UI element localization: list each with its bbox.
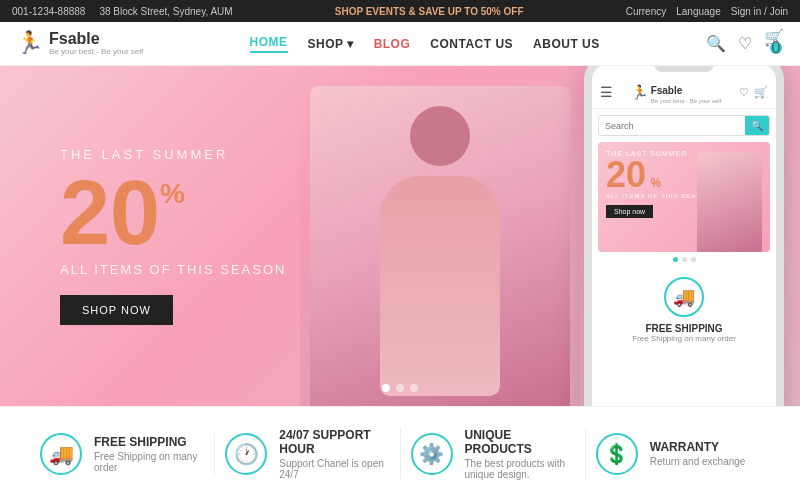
feature-warranty-title: WARRANTY [650,440,746,454]
currency-selector[interactable]: Currency [626,6,667,17]
hero-subtitle: THE LAST SUMMER [60,147,286,162]
phone-menu-icon[interactable]: ☰ [600,84,613,100]
feature-warranty-icon: 💲 [596,433,638,475]
address: 38 Block Street, Sydney, AUM [99,6,232,17]
phone-wishlist-icon[interactable]: ♡ [739,86,749,99]
search-icon[interactable]: 🔍 [706,34,726,53]
phone-search-button[interactable]: 🔍 [745,116,769,135]
phone-hero-banner: THE LAST SUMMER 20 % ALL ITEMS OF THIS S… [598,142,770,252]
dot-1[interactable] [382,384,390,392]
feature-products-title: UNIQUE PRODUCTS [465,428,575,456]
phone-number: 001-1234-88888 [12,6,85,17]
phone-hero-percent-sign: % [651,176,662,190]
phone-dot-3[interactable] [691,257,696,262]
logo: 🏃 Fsable Be your best - Be your self [16,30,143,56]
logo-name: Fsable [49,30,143,48]
hero-percent-sign: % [160,180,185,208]
features-bar: 🚚 FREE SHIPPING Free Shipping on many or… [0,406,800,500]
feature-shipping-text: FREE SHIPPING Free Shipping on many orde… [94,435,204,473]
hero-cta-button[interactable]: Shop now [60,295,173,325]
phone-hero-percent: 20 [606,154,646,195]
logo-icon: 🏃 [16,30,43,56]
phone-header: ☰ 🏃 Fsable Be your best - Be your self ♡… [592,76,776,109]
feature-warranty-text: WARRANTY Return and exchange [650,440,746,467]
cart-icon-wrapper[interactable]: 🛒0 [764,28,784,59]
dot-2[interactable] [396,384,404,392]
phone-dot-1[interactable] [673,257,678,262]
hero-model-image [300,66,580,406]
top-bar-actions: Currency Language Sign in / Join [626,6,788,17]
dot-3[interactable] [410,384,418,392]
feature-products: ⚙️ UNIQUE PRODUCTS The best products wit… [401,428,586,480]
phone-dots [592,257,776,262]
feature-products-desc: The best products with unique design. [465,458,575,480]
header: 🏃 Fsable Be your best - Be your self HOM… [0,22,800,66]
hero-model-figure [310,86,570,406]
phone-search-bar: 🔍 [598,115,770,136]
phone-logo-tagline: Be your best - Be your self [651,98,722,104]
phone-feature-title: FREE SHIPPING [645,323,722,334]
logo-tagline: Be your best - Be your self [49,48,143,57]
feature-support-icon: 🕐 [225,433,267,475]
main-nav: HOME SHOP ▾ BLOG CONTACT US ABOUT US [250,35,600,53]
phone-logo-name: Fsable [651,85,683,96]
feature-products-icon: ⚙️ [411,433,453,475]
phone-hero-cta[interactable]: Shop now [606,205,653,218]
nav-contact[interactable]: CONTACT US [430,37,513,51]
cart-badge: 0 [770,42,782,54]
phone-hero-model [697,152,762,252]
top-bar: 001-1234-88888 38 Block Street, Sydney, … [0,0,800,22]
phone-feature-desc: Free Shipping on many order [632,334,736,343]
language-selector[interactable]: Language [676,6,721,17]
phone-feature-section: 🚚 FREE SHIPPING Free Shipping on many or… [592,267,776,347]
phone-cart-icon[interactable]: 🛒 [754,86,768,99]
phone-logo: 🏃 Fsable Be your best - Be your self [631,80,722,104]
hero-tagline: ALL ITEMS OF THIS SEASON [60,262,286,277]
hero-content: THE LAST SUMMER 20 % ALL ITEMS OF THIS S… [60,147,286,325]
feature-support: 🕐 24/07 SUPPORT HOUR Support Chanel is o… [215,428,400,480]
feature-warranty-desc: Return and exchange [650,456,746,467]
feature-support-text: 24/07 SUPPORT HOUR Support Chanel is ope… [279,428,389,480]
promo-text: SHOP EVENTS & SAVE UP TO 50% OFF [335,6,524,17]
nav-shop[interactable]: SHOP ▾ [308,37,354,51]
phone-dot-2[interactable] [682,257,687,262]
hero-percent: 20 [60,168,160,258]
feature-shipping: 🚚 FREE SHIPPING Free Shipping on many or… [30,433,215,475]
nav-about[interactable]: ABOUT US [533,37,600,51]
feature-shipping-desc: Free Shipping on many order [94,451,204,473]
phone-mockup: ☰ 🏃 Fsable Be your best - Be your self ♡… [584,66,784,406]
phone-logo-text: Fsable Be your best - Be your self [651,80,722,104]
phone-notch [654,66,714,72]
logo-text: Fsable Be your best - Be your self [49,30,143,56]
top-bar-contact: 001-1234-88888 38 Block Street, Sydney, … [12,6,233,17]
nav-blog[interactable]: BLOG [374,37,411,51]
phone-shipping-icon: 🚚 [664,277,704,317]
signin-link[interactable]: Sign in / Join [731,6,788,17]
header-icons: 🔍 ♡ 🛒0 [706,28,784,59]
feature-shipping-title: FREE SHIPPING [94,435,204,449]
feature-products-text: UNIQUE PRODUCTS The best products with u… [465,428,575,480]
hero-section: THE LAST SUMMER 20 % ALL ITEMS OF THIS S… [0,66,800,406]
feature-warranty: 💲 WARRANTY Return and exchange [586,433,770,475]
phone-search-input[interactable] [599,116,745,135]
wishlist-icon[interactable]: ♡ [738,34,752,53]
phone-header-icons: ♡ 🛒 [739,86,768,99]
feature-shipping-icon: 🚚 [40,433,82,475]
phone-logo-icon: 🏃 [631,84,648,100]
hero-discount: 20 % [60,168,286,258]
feature-support-desc: Support Chanel is open 24/7 [279,458,389,480]
nav-home[interactable]: HOME [250,35,288,53]
hero-dots [382,384,418,392]
feature-support-title: 24/07 SUPPORT HOUR [279,428,389,456]
